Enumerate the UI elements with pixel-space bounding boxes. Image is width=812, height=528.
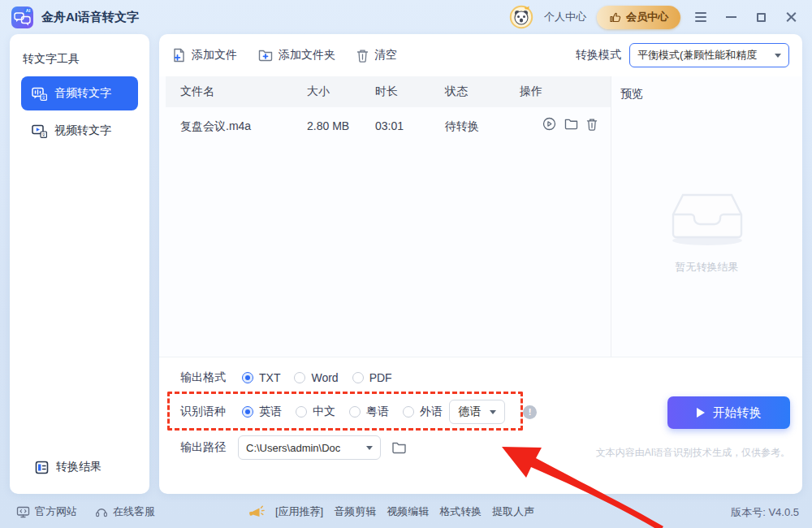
- sidebar-item-label: 音频转文字: [54, 86, 111, 101]
- megaphone-icon: [248, 504, 265, 519]
- preview-empty-state: 暂无转换结果: [611, 188, 802, 275]
- online-service-link[interactable]: 在线客服: [95, 504, 155, 519]
- chevron-down-icon: [775, 54, 781, 58]
- empty-tray-icon: [667, 188, 748, 247]
- radio-format-word[interactable]: Word: [294, 371, 338, 384]
- svg-text:AI: AI: [26, 8, 31, 13]
- svg-text:文: 文: [41, 95, 46, 100]
- col-actions: 操作: [520, 84, 542, 99]
- radio-dot: [349, 406, 361, 418]
- radio-label: PDF: [369, 371, 392, 384]
- start-conversion-button[interactable]: 开始转换: [667, 396, 790, 429]
- clear-label: 清空: [374, 48, 397, 63]
- radio-label: 英语: [259, 405, 282, 419]
- sidebar-item-conversion-results[interactable]: 转换结果: [35, 457, 102, 478]
- svg-text:文: 文: [41, 132, 46, 137]
- delete-icon[interactable]: [586, 118, 598, 131]
- footer-left: 官方网站 在线客服: [16, 504, 155, 519]
- conversion-mode-select[interactable]: 平衡模式(兼顾性能和精度: [629, 43, 789, 67]
- thumb-up-icon: [609, 11, 621, 24]
- personal-center-link[interactable]: 个人中心: [544, 10, 586, 24]
- sidebar-item-label: 转换结果: [56, 460, 102, 474]
- footer-link-format-convert[interactable]: 格式转换: [439, 504, 482, 519]
- row-actions: [542, 117, 598, 131]
- add-folder-label: 添加文件夹: [279, 48, 335, 63]
- sidebar-item-audio-to-text[interactable]: 文 音频转文字: [21, 76, 138, 110]
- col-filename: 文件名: [180, 84, 214, 99]
- app-logo-icon: AI: [11, 6, 33, 28]
- add-folder-icon: [258, 49, 273, 62]
- radio-dot: [242, 372, 253, 383]
- file-size: 2.80 MB: [307, 119, 349, 132]
- preview-panel: 预览 暂无转换结果: [611, 76, 802, 357]
- main-panel: 添加文件 添加文件夹 清空 转换模式 平衡模式(兼顾性能和精度: [159, 34, 802, 494]
- radio-lang-foreign[interactable]: 外语: [403, 405, 443, 419]
- table-row[interactable]: 复盘会议.m4a 2.80 MB 03:01 待转换: [166, 107, 611, 145]
- conversion-mode-value: 平衡模式(兼顾性能和精度: [637, 48, 757, 63]
- radio-label: 粤语: [366, 405, 389, 419]
- chevron-down-icon: [490, 410, 496, 414]
- official-site-link[interactable]: 官方网站: [16, 504, 77, 519]
- output-path-row: 输出路径 C:\Users\admin\Doc: [180, 435, 407, 460]
- footer: 官方网站 在线客服 [应用推荐] 音频剪辑 视频编辑 格式转换 提取人声: [0, 494, 812, 528]
- col-status: 状态: [445, 84, 468, 99]
- output-path-select[interactable]: C:\Users\admin\Doc: [238, 435, 381, 460]
- member-center-label: 会员中心: [626, 10, 668, 24]
- add-file-label: 添加文件: [192, 48, 237, 63]
- browse-folder-icon[interactable]: [391, 441, 407, 454]
- radio-format-pdf[interactable]: PDF: [352, 371, 392, 384]
- file-name: 复盘会议.m4a: [180, 119, 251, 134]
- app-window: AI 金舟AI语音转文字 个人中心 会员中心: [0, 0, 812, 528]
- audio-to-text-icon: 文: [32, 86, 47, 102]
- trash-icon: [356, 49, 369, 63]
- radio-label: TXT: [259, 371, 280, 384]
- avatar[interactable]: [509, 5, 533, 29]
- radio-lang-chinese[interactable]: 中文: [296, 405, 335, 419]
- close-icon[interactable]: [781, 7, 801, 27]
- app-recommend-tag: [应用推荐]: [275, 504, 323, 519]
- play-icon[interactable]: [542, 117, 556, 131]
- sidebar: 转文字工具 文 音频转文字 文 视频转文字: [10, 34, 149, 494]
- preview-title: 预览: [620, 87, 643, 102]
- add-folder-button[interactable]: 添加文件夹: [258, 48, 335, 63]
- minimize-icon[interactable]: [721, 7, 741, 27]
- info-icon[interactable]: [523, 405, 537, 419]
- radio-lang-cantonese[interactable]: 粤语: [349, 405, 389, 419]
- file-duration: 03:01: [375, 119, 404, 132]
- sidebar-item-video-to-text[interactable]: 文 视频转文字: [32, 120, 111, 141]
- footer-link-video-edit[interactable]: 视频编辑: [387, 504, 429, 519]
- member-center-button[interactable]: 会员中心: [597, 6, 680, 29]
- online-service-label: 在线客服: [113, 504, 155, 519]
- open-folder-icon[interactable]: [564, 118, 578, 130]
- app-title: 金舟AI语音转文字: [41, 10, 139, 25]
- menu-icon[interactable]: [691, 7, 710, 27]
- radio-dot: [294, 372, 305, 383]
- footer-center: [应用推荐] 音频剪辑 视频编辑 格式转换 提取人声: [248, 504, 534, 519]
- sidebar-item-label: 视频转文字: [54, 123, 111, 138]
- radio-dot: [296, 406, 307, 418]
- foreign-language-select[interactable]: 德语: [449, 400, 505, 424]
- radio-label: Word: [311, 371, 338, 384]
- output-format-label: 输出格式: [180, 370, 226, 385]
- add-file-button[interactable]: 添加文件: [172, 48, 237, 63]
- footer-link-extract-vocal[interactable]: 提取人声: [492, 504, 534, 519]
- file-status: 待转换: [445, 119, 479, 134]
- chevron-down-icon: [366, 446, 373, 450]
- radio-format-txt[interactable]: TXT: [242, 371, 280, 384]
- clear-button[interactable]: 清空: [356, 48, 397, 63]
- footer-link-audio-edit[interactable]: 音频剪辑: [334, 504, 376, 519]
- add-file-icon: [172, 48, 186, 63]
- preview-empty-text: 暂无转换结果: [611, 260, 802, 275]
- radio-label: 外语: [420, 405, 443, 419]
- radio-dot: [242, 406, 253, 418]
- video-to-text-icon: 文: [32, 123, 47, 139]
- file-list-region: 文件名 大小 时长 状态 操作 复盘会议.m4a 2.80 MB 03:01 待…: [159, 76, 802, 357]
- radio-lang-english[interactable]: 英语: [242, 405, 282, 419]
- output-format-row: 输出格式 TXT Word PDF: [180, 367, 406, 388]
- ai-disclaimer: 文本内容由AI语音识别技术生成，仅供参考。: [596, 446, 790, 460]
- version-text: 版本号: V4.0.5: [731, 505, 799, 520]
- start-conversion-label: 开始转换: [713, 405, 762, 421]
- foreign-language-value: 德语: [459, 405, 482, 419]
- output-path-label: 输出路径: [180, 440, 226, 455]
- maximize-icon[interactable]: [751, 7, 771, 27]
